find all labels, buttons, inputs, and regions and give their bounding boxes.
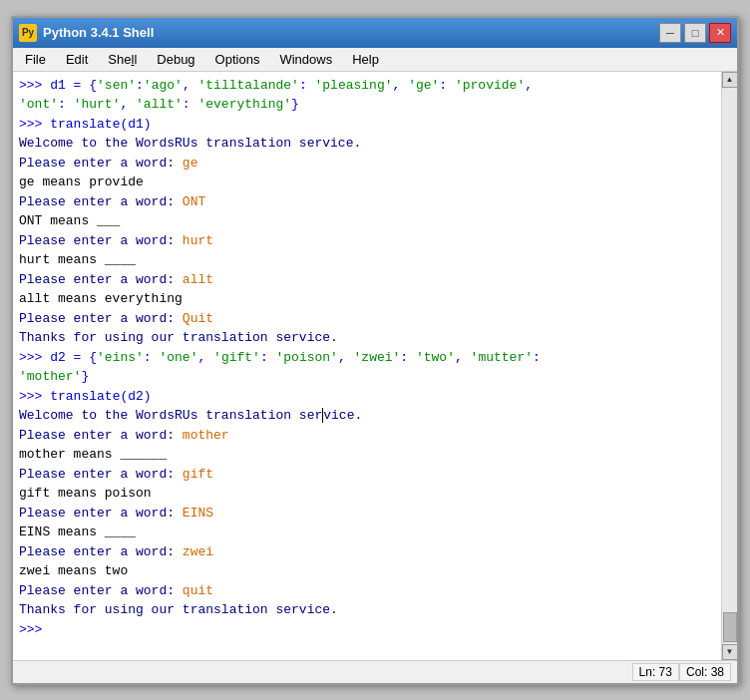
shell-line: >>> d1 = {'sen':'ago', 'tilltalande': 'p… <box>19 76 715 96</box>
close-button[interactable]: ✕ <box>709 23 731 43</box>
shell-line: Thanks for using our translation service… <box>19 600 715 620</box>
title-bar-left: Py Python 3.4.1 Shell <box>19 24 154 42</box>
shell-line: ONT means ___ <box>19 211 715 231</box>
shell-line: Thanks for using our translation service… <box>19 328 715 348</box>
menu-bar: File Edit Shell Debug Options Windows He… <box>13 48 737 72</box>
shell-line: Please enter a word: ge <box>19 154 715 174</box>
menu-help[interactable]: Help <box>344 50 387 69</box>
shell-line: >>> d2 = {'eins': 'one', 'gift': 'poison… <box>19 348 715 368</box>
shell-line: >>> translate(d2) <box>19 387 715 407</box>
shell-line: hurt means ____ <box>19 250 715 270</box>
shell-line: Please enter a word: quit <box>19 581 715 601</box>
shell-line: Please enter a word: Quit <box>19 309 715 329</box>
window-title: Python 3.4.1 Shell <box>43 25 154 40</box>
scrollbar[interactable]: ▲ ▼ <box>721 72 737 660</box>
shell-line: Please enter a word: allt <box>19 270 715 290</box>
menu-debug[interactable]: Debug <box>149 50 202 69</box>
scroll-track <box>722 88 737 644</box>
title-controls: ─ □ ✕ <box>659 23 731 43</box>
shell-line: mother means ______ <box>19 445 715 465</box>
shell-line: Please enter a word: hurt <box>19 231 715 251</box>
status-bar: Ln: 73 Col: 38 <box>13 660 737 683</box>
menu-shell[interactable]: Shell <box>100 50 145 69</box>
minimize-button[interactable]: ─ <box>659 23 681 43</box>
shell-line: zwei means two <box>19 561 715 581</box>
python-shell-window: Py Python 3.4.1 Shell ─ □ ✕ File Edit Sh… <box>11 16 739 685</box>
shell-line: allt means everything <box>19 289 715 309</box>
scroll-thumb[interactable] <box>723 612 737 642</box>
restore-button[interactable]: □ <box>684 23 706 43</box>
shell-line: Welcome to the WordsRUs translation serv… <box>19 406 715 426</box>
shell-line-prompt: >>> <box>19 620 715 640</box>
shell-content-wrapper: >>> d1 = {'sen':'ago', 'tilltalande': 'p… <box>13 72 737 660</box>
shell-line: Please enter a word: ONT <box>19 192 715 212</box>
shell-line: Please enter a word: mother <box>19 426 715 446</box>
title-bar: Py Python 3.4.1 Shell ─ □ ✕ <box>13 18 737 48</box>
scroll-down-button[interactable]: ▼ <box>722 644 738 660</box>
shell-line: 'ont': 'hurt', 'allt': 'everything'} <box>19 95 715 115</box>
shell-line: Please enter a word: gift <box>19 465 715 485</box>
shell-line: 'mother'} <box>19 367 715 387</box>
status-ln: Ln: 73 <box>632 663 679 681</box>
menu-file[interactable]: File <box>17 50 54 69</box>
shell-line: Please enter a word: zwei <box>19 542 715 562</box>
shell-line: gift means poison <box>19 484 715 504</box>
menu-windows[interactable]: Windows <box>271 50 340 69</box>
shell-line: Welcome to the WordsRUs translation serv… <box>19 134 715 154</box>
menu-edit[interactable]: Edit <box>58 50 96 69</box>
shell-content[interactable]: >>> d1 = {'sen':'ago', 'tilltalande': 'p… <box>13 72 721 660</box>
scroll-up-button[interactable]: ▲ <box>722 72 738 88</box>
shell-line: ge means provide <box>19 173 715 192</box>
shell-line: >>> translate(d1) <box>19 115 715 135</box>
shell-line: EINS means ____ <box>19 523 715 542</box>
python-icon: Py <box>19 24 37 42</box>
status-col: Col: 38 <box>679 663 731 681</box>
menu-options[interactable]: Options <box>207 50 268 69</box>
shell-line: Please enter a word: EINS <box>19 504 715 524</box>
